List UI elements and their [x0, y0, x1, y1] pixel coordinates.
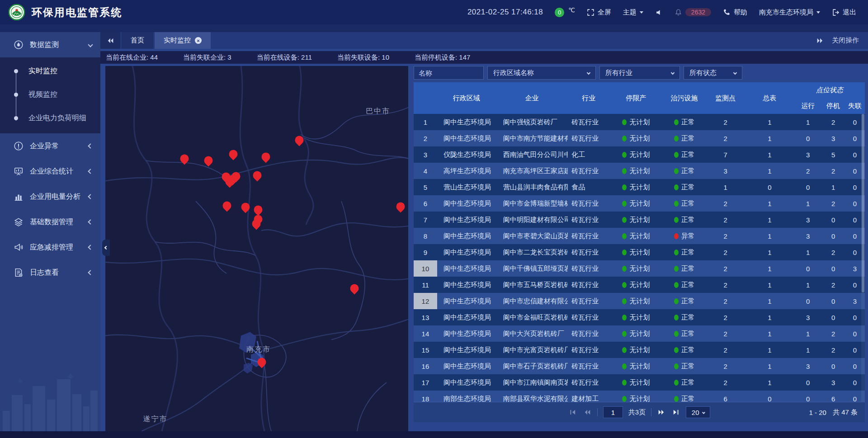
cell-limit: 无计划: [609, 163, 663, 179]
table-row[interactable]: 18南部生态环境局南部县双华水泥有限公建材加工无计划正常60060: [414, 391, 865, 402]
table-row[interactable]: 14阆中生态环境局阆中大兴页岩机砖厂砖瓦行业无计划正常21120: [414, 325, 865, 342]
cell-region: 阆中生态环境局: [437, 228, 496, 244]
org-dropdown[interactable]: 南充市生态环境局: [759, 8, 820, 17]
theme-dropdown[interactable]: 主题: [623, 8, 643, 17]
table-row[interactable]: 4高坪生态环境局南充市高坪区王家店建砖瓦行业无计划正常31220: [414, 163, 865, 179]
cell-no: 5: [414, 179, 437, 195]
status-green-icon: [622, 363, 627, 369]
chevron-down-icon: [587, 71, 590, 75]
cell-stop: 0: [821, 358, 845, 374]
cell-limit: 无计划: [609, 260, 663, 277]
cell-meter: 1: [745, 293, 794, 309]
header-sub-strip: [0, 24, 868, 32]
table-row[interactable]: 15阆中生态环境局阆中市光富页岩机砖厂砖瓦行业无计划正常21120: [414, 342, 865, 358]
cell-facility: 正常: [663, 391, 706, 402]
table-row[interactable]: 9阆中生态环境局阆中市二龙长宝页岩砖砖瓦行业无计划正常21120: [414, 244, 865, 260]
table-row[interactable]: 5营山生态环境局营山县润丰肉食品有限食品无计划正常10010: [414, 179, 865, 195]
table-row[interactable]: 10阆中生态环境局阆中千佛镇五郎垭页岩砖瓦行业无计划正常21003: [414, 260, 865, 277]
table-row[interactable]: 17阆中生态环境局阆中市江南镇阆南页岩砖瓦行业无计划正常21030: [414, 374, 865, 391]
notifications[interactable]: 2632: [675, 8, 711, 16]
sidebar-submenu: 实时监控视频监控企业电力负荷明细: [0, 57, 100, 133]
cell-meter: 0: [745, 179, 794, 195]
cell-company: 阆中市南方节能建材有: [496, 130, 568, 146]
cell-facility: 正常: [663, 244, 706, 260]
fullscreen-button[interactable]: 全屏: [587, 8, 611, 17]
table-row[interactable]: 3仪陇生态环境局西南油气田分公司川中化工无计划正常71350: [414, 146, 865, 163]
sidebar-item-data-monitor[interactable]: 数据监测: [0, 32, 100, 57]
cell-stop: 6: [821, 391, 845, 402]
tab-realtime-monitor[interactable]: 实时监控 ×: [155, 32, 211, 49]
map-collapse-button[interactable]: [102, 240, 110, 256]
cell-run: 3: [794, 146, 821, 163]
map-panel[interactable]: 巴中市南充市遂宁市: [105, 66, 408, 431]
last-page-icon[interactable]: [671, 408, 680, 417]
table-row[interactable]: 1阆中生态环境局阆中强锐页岩砖厂砖瓦行业无计划正常21120: [414, 114, 865, 130]
logout-button[interactable]: 退出: [832, 8, 856, 17]
status-green-icon: [674, 152, 679, 158]
sidebar-item-base-data[interactable]: 基础数据管理: [0, 209, 100, 235]
cell-industry: 砖瓦行业: [568, 163, 609, 179]
sidebar-item-log-view[interactable]: 日志查看: [0, 260, 100, 285]
col-group-point-status: 点位状态 运行 停机 失联: [794, 82, 865, 114]
tab-home[interactable]: 首页: [122, 32, 153, 49]
region-filter-select[interactable]: 行政区域名称: [487, 66, 596, 80]
cell-meter: 1: [745, 244, 794, 260]
stat-item: 当前停机设备: 147: [415, 53, 470, 62]
cell-monitor: 7: [706, 146, 745, 163]
table-row[interactable]: 13阆中生态环境局阆中市金福旺页岩机砖砖瓦行业无计划正常21300: [414, 309, 865, 325]
sidebar-subitem-0[interactable]: 实时监控: [0, 59, 100, 83]
table-row[interactable]: 6阆中生态环境局阆中市金博瑞新型墙材砖瓦行业无计划正常21120: [414, 195, 865, 212]
table-row[interactable]: 8阆中生态环境局阆中市枣碧大梁山页岩砖瓦行业无计划异常21300: [414, 228, 865, 244]
cell-limit: 无计划: [609, 342, 663, 358]
sidebar-subitem-2[interactable]: 企业电力负荷明细: [0, 106, 100, 130]
help-button[interactable]: 帮助: [723, 8, 747, 17]
name-filter-input[interactable]: [414, 66, 484, 80]
table-row[interactable]: 12阆中生态环境局阆中市忠信建材有限公砖瓦行业无计划正常21003: [414, 293, 865, 309]
main-area: 首页 实时监控 × 关闭操作 当前在线企业: 44当前失联企业: 3当前在线设备…: [100, 32, 868, 431]
tab-close-icon[interactable]: ×: [195, 37, 202, 44]
tabs-scroll-left-icon[interactable]: [100, 32, 120, 49]
layers-icon: [14, 217, 24, 227]
tabs-scroll-right-icon[interactable]: [816, 37, 824, 44]
cell-meter: 1: [745, 309, 794, 325]
cell-company: 阆中千佛镇五郎垭页岩: [496, 260, 568, 277]
map-roads: [105, 66, 408, 431]
stat-item: 当前失联设备: 10: [337, 53, 389, 62]
table-scrollbar[interactable]: [861, 114, 865, 402]
app-header: 环保用电监管系统 2021-02-25 17:46:18 0 ℃ 全屏 主题 2…: [0, 0, 868, 24]
cell-limit: 无计划: [609, 309, 663, 325]
page-size-select[interactable]: 20: [686, 406, 710, 418]
tabbar-right: 关闭操作: [816, 32, 868, 49]
sound-toggle[interactable]: [655, 9, 663, 16]
phone-icon: [723, 9, 731, 16]
sidebar-item-power-usage-analysis[interactable]: 企业用电量分析: [0, 184, 100, 209]
table-row[interactable]: 11阆中生态环境局阆中市五马桥页岩机砖砖瓦行业无计划正常21120: [414, 277, 865, 293]
first-page-icon[interactable]: [568, 408, 577, 417]
sidebar-item-enterprise-abnormal[interactable]: 企业异常: [0, 133, 100, 159]
total-count-label: 共 47 条: [833, 408, 858, 417]
sidebar-item-enterprise-statistics[interactable]: 企业综合统计: [0, 159, 100, 184]
cell-run: 1: [794, 114, 821, 130]
table-row[interactable]: 16阆中生态环境局阆中市石子页岩机砖厂砖瓦行业无计划正常21300: [414, 358, 865, 374]
sidebar-subitem-1[interactable]: 视频监控: [0, 83, 100, 106]
cell-facility: 正常: [663, 130, 706, 146]
status-green-icon: [622, 233, 627, 239]
cell-run: 1: [794, 244, 821, 260]
table-row[interactable]: 7阆中生态环境局阆中明阳建材有限公司砖瓦行业无计划正常21300: [414, 212, 865, 228]
next-page-icon[interactable]: [657, 408, 666, 417]
sidebar-item-emergency-reduction[interactable]: 应急减排管理: [0, 235, 100, 260]
cell-monitor: 2: [706, 309, 745, 325]
close-operations-button[interactable]: 关闭操作: [832, 36, 859, 45]
cell-stop: 0: [821, 309, 845, 325]
tab-bar: 首页 实时监控 × 关闭操作: [100, 32, 868, 49]
cell-meter: 1: [745, 325, 794, 342]
col-limit: 停限产: [609, 82, 663, 114]
cell-company: 阆中市忠信建材有限公: [496, 293, 568, 309]
industry-filter-select[interactable]: 所有行业: [599, 66, 680, 80]
page-number-input[interactable]: [603, 406, 623, 418]
status-filter-select[interactable]: 所有状态: [684, 66, 742, 80]
prev-page-icon[interactable]: [583, 408, 592, 417]
cell-limit: 无计划: [609, 244, 663, 260]
cell-meter: 1: [745, 342, 794, 358]
table-row[interactable]: 2阆中生态环境局阆中市南方节能建材有砖瓦行业无计划正常21030: [414, 130, 865, 146]
